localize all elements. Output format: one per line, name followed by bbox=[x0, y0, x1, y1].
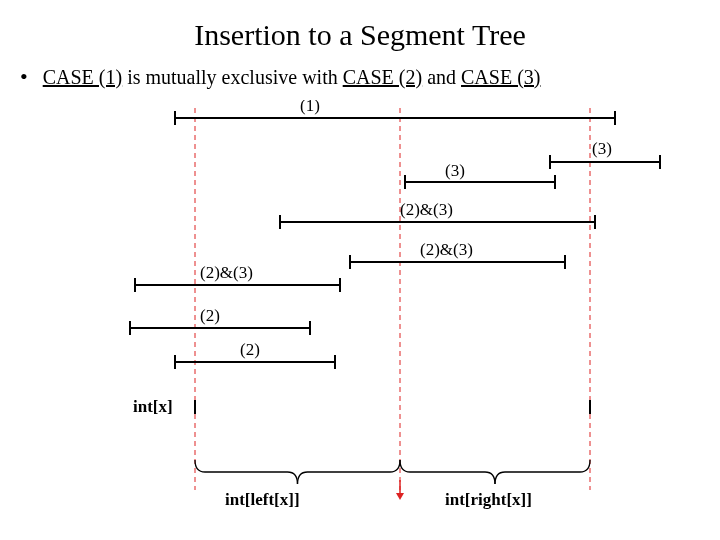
case-1-ref: CASE (1) bbox=[43, 66, 122, 88]
bullet-dot: • bbox=[20, 64, 28, 89]
intx-label: int[x] bbox=[133, 397, 173, 416]
seg-2b-label: (2) bbox=[240, 340, 260, 359]
seg-2a-label: (2) bbox=[200, 306, 220, 325]
seg-23a: (2)&(3) bbox=[280, 200, 595, 229]
seg-3b-label: (3) bbox=[445, 161, 465, 180]
page-title: Insertion to a Segment Tree bbox=[0, 18, 720, 52]
seg-3a: (3) bbox=[550, 139, 660, 169]
brace-group: int[x]int[left[x]]int[right[x]] bbox=[133, 397, 590, 509]
brace-right: int[right[x]] bbox=[400, 460, 590, 509]
interval-segments: (1)(3)(3)(2)&(3)(2)&(3)(2)&(3)(2)(2) bbox=[130, 100, 660, 369]
bullet-text-1: is mutually exclusive with bbox=[122, 66, 343, 88]
seg-1-label: (1) bbox=[300, 100, 320, 115]
seg-2a: (2) bbox=[130, 306, 310, 335]
seg-3b: (3) bbox=[405, 161, 555, 189]
brace-left: int[left[x]] bbox=[195, 460, 400, 509]
seg-1: (1) bbox=[175, 100, 615, 125]
right-label: int[right[x]] bbox=[445, 490, 532, 509]
diagram-svg: (1)(3)(3)(2)&(3)(2)&(3)(2)&(3)(2)(2) int… bbox=[0, 100, 720, 530]
seg-23c-label: (2)&(3) bbox=[200, 263, 253, 282]
brace-intx: int[x] bbox=[133, 397, 590, 416]
seg-3a-label: (3) bbox=[592, 139, 612, 158]
seg-23b-label: (2)&(3) bbox=[420, 240, 473, 259]
seg-23c: (2)&(3) bbox=[135, 263, 340, 292]
seg-2b: (2) bbox=[175, 340, 335, 369]
guide-lines bbox=[195, 108, 590, 490]
seg-23a-label: (2)&(3) bbox=[400, 200, 453, 219]
bullet-case-exclusive: • CASE (1) is mutually exclusive with CA… bbox=[20, 64, 720, 90]
seg-23b: (2)&(3) bbox=[350, 240, 565, 269]
left-label: int[left[x]] bbox=[225, 490, 300, 509]
bullet-text-and: and bbox=[422, 66, 461, 88]
down-arrow bbox=[396, 480, 404, 500]
case-2-ref: CASE (2) bbox=[343, 66, 422, 88]
svg-marker-30 bbox=[396, 493, 404, 500]
case-3-ref: CASE (3) bbox=[461, 66, 540, 88]
